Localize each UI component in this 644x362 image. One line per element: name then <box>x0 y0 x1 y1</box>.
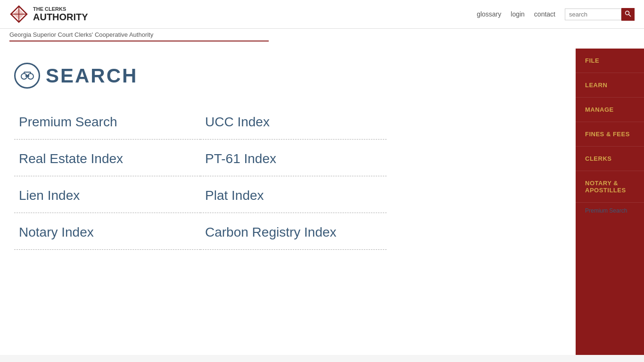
search-input[interactable] <box>565 8 621 20</box>
binoculars-svg <box>21 71 34 81</box>
search-item-lien-index[interactable]: Lien Index <box>14 176 200 213</box>
svg-line-5 <box>629 14 631 16</box>
search-icon <box>625 10 631 17</box>
search-grid: Premium SearchUCC IndexReal Estate Index… <box>14 103 387 250</box>
search-item-premium-search[interactable]: Premium Search <box>14 103 200 140</box>
search-item-label-lien-index: Lien Index <box>19 188 80 203</box>
binoculars-icon <box>14 63 40 89</box>
search-item-pt61-index[interactable]: PT-61 Index <box>200 140 387 176</box>
svg-rect-8 <box>25 75 29 77</box>
search-item-notary-index[interactable]: Notary Index <box>14 213 200 250</box>
logo-icon <box>9 5 28 24</box>
search-button[interactable] <box>621 8 635 21</box>
logo-text: THE CLERKS AUTHORITY <box>33 6 88 22</box>
header-search-box <box>565 8 635 21</box>
search-item-label-carbon-registry-index: Carbon Registry Index <box>205 225 337 239</box>
sidebar-item-file[interactable]: FILE <box>576 49 644 73</box>
login-link[interactable]: login <box>511 10 525 18</box>
tagline: Georgia Superior Court Clerks' Cooperati… <box>9 31 635 38</box>
search-item-real-estate-index[interactable]: Real Estate Index <box>14 140 200 176</box>
logo-area: THE CLERKS AUTHORITY <box>9 5 88 24</box>
header-nav: glossary login contact <box>477 8 635 21</box>
main-container: SEARCH Premium SearchUCC IndexReal Estat… <box>0 49 644 355</box>
search-item-carbon-registry-index[interactable]: Carbon Registry Index <box>200 213 387 250</box>
page-title: SEARCH <box>46 65 138 87</box>
logo-authority: AUTHORITY <box>33 12 88 22</box>
content-area: SEARCH Premium SearchUCC IndexReal Estat… <box>0 49 576 355</box>
glossary-link[interactable]: glossary <box>477 10 501 18</box>
logo-the: THE CLERKS <box>33 6 88 12</box>
subheader: Georgia Superior Court Clerks' Cooperati… <box>0 29 644 49</box>
sidebar-item-fines-fees[interactable]: FINES & FEES <box>576 122 644 147</box>
sidebar-item-learn[interactable]: LEARN <box>576 73 644 98</box>
search-item-ucc-index[interactable]: UCC Index <box>200 103 387 140</box>
sidebar-item-clerks[interactable]: CLERKS <box>576 147 644 171</box>
page-title-area: SEARCH <box>14 63 561 89</box>
search-item-label-ucc-index: UCC Index <box>205 115 270 129</box>
search-item-plat-index[interactable]: Plat Index <box>200 176 387 213</box>
search-item-label-pt61-index: PT-61 Index <box>205 151 276 166</box>
sidebar-item-manage[interactable]: MANAGE <box>576 98 644 122</box>
subheader-divider <box>9 41 269 41</box>
sidebar: FILELEARNMANAGEFINES & FEESCLERKSNOTARY … <box>576 49 644 355</box>
svg-point-4 <box>626 11 629 15</box>
sidebar-item-notary[interactable]: NOTARY & APOSTILLES <box>576 171 644 203</box>
search-item-label-notary-index: Notary Index <box>19 225 94 239</box>
search-item-label-premium-search: Premium Search <box>19 115 117 129</box>
contact-link[interactable]: contact <box>534 10 555 18</box>
search-item-label-plat-index: Plat Index <box>205 188 264 203</box>
search-item-label-real-estate-index: Real Estate Index <box>19 151 123 166</box>
premium-search-sidebar-img: Premium Search <box>576 203 644 219</box>
header: THE CLERKS AUTHORITY glossary login cont… <box>0 0 644 29</box>
